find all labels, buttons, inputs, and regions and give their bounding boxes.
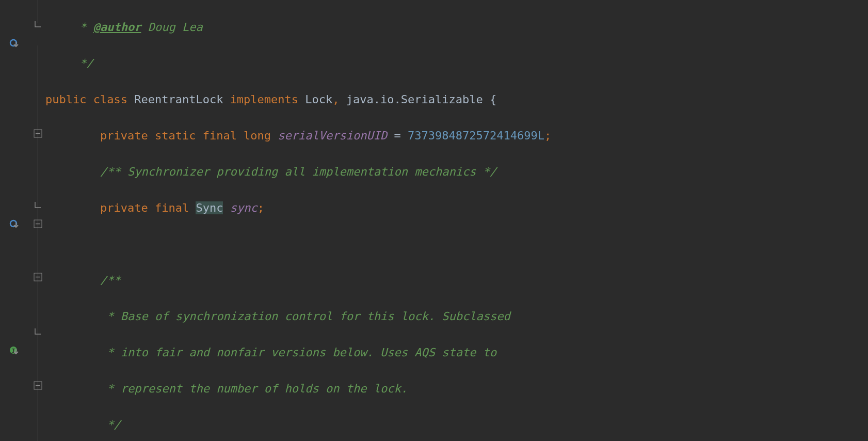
code-line: public class ReentrantLock implements Lo… <box>45 90 868 108</box>
code-line: * Base of synchronization control for th… <box>45 307 868 325</box>
fold-column <box>32 0 44 441</box>
fold-minus-icon[interactable] <box>34 273 42 281</box>
fold-minus-icon[interactable] <box>34 219 42 228</box>
highlighted-type: Sync <box>196 201 223 214</box>
implement-down-icon[interactable]: I <box>9 346 20 356</box>
code-editor[interactable]: I <box>0 0 868 441</box>
code-line: * into fair and nonfair versions below. … <box>45 343 868 361</box>
code-line: private final Sync sync; <box>45 199 868 217</box>
code-line: * @author Doug Lea <box>45 18 868 36</box>
fold-end-icon[interactable] <box>34 20 42 28</box>
override-down-icon[interactable] <box>9 219 20 230</box>
svg-text:I: I <box>12 348 15 354</box>
code-line: /** Synchronizer providing all implement… <box>45 163 868 181</box>
code-line: * represent the number of holds on the l… <box>45 380 868 398</box>
code-line <box>45 235 868 253</box>
fold-minus-icon[interactable] <box>34 381 42 390</box>
fold-minus-icon[interactable] <box>34 129 42 138</box>
gutter: I <box>0 0 32 441</box>
fold-end-icon[interactable] <box>34 327 42 336</box>
code-line: */ <box>45 54 868 72</box>
override-down-icon[interactable] <box>9 39 20 49</box>
code-line: */ <box>45 416 868 434</box>
code-line: private static final long serialVersionU… <box>45 127 868 145</box>
code-line: /** <box>45 271 868 289</box>
code-area[interactable]: * @author Doug Lea */ public class Reent… <box>44 0 868 441</box>
fold-end-icon[interactable] <box>34 200 42 209</box>
